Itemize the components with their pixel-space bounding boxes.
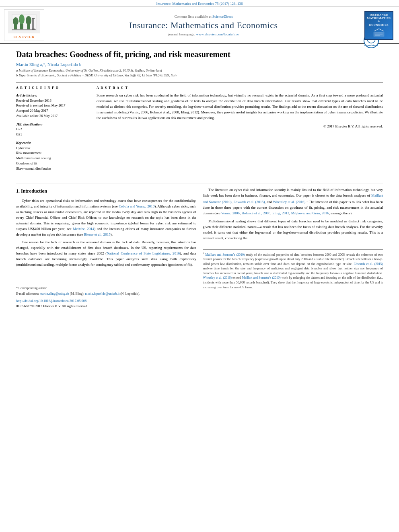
affiliations: a Institute of Insurance Economics, Univ… xyxy=(16,68,383,78)
fn-wheatley-link[interactable]: Wheatley et al. (2016) xyxy=(203,276,232,279)
article-title: Data breaches: Goodness of fit, pricing,… xyxy=(16,49,383,60)
kw-skew-normal: Skew-normal distribution xyxy=(16,166,88,171)
intro-p2: One reason for the lack of research in t… xyxy=(16,240,196,268)
intro-p1: Cyber risks are operational risks to inf… xyxy=(16,198,196,238)
keywords-group: Keywords: Cyber risk Risk measurement Mu… xyxy=(16,140,88,171)
kw-multidimensional-scaling: Multidimensional scaling xyxy=(16,156,88,161)
ncsl-link[interactable]: National Conference of State Legislature… xyxy=(107,251,180,255)
insurance-badge: INSURANCE Mathematics & Economics xyxy=(364,11,393,40)
svg-point-2 xyxy=(13,17,19,25)
homepage-link[interactable]: www.elsevier.com/locate/ime xyxy=(196,32,239,36)
eling-link[interactable]: Eling, 2012 xyxy=(272,211,289,215)
doi-footer: http://dx.doi.org/10.1016/j.insmatheco.2… xyxy=(16,298,196,309)
svg-rect-8 xyxy=(32,18,34,29)
miljkovic-link[interactable]: Miljkovic and Grün, 2016 xyxy=(291,211,329,215)
footnotes: * Corresponding author. E-mail addresses… xyxy=(16,284,196,296)
footnote-area-left: * Corresponding author. E-mail addresses… xyxy=(16,284,196,309)
vernic-link[interactable]: Vernic, 2006 xyxy=(221,211,240,215)
authors-line: Martin Eling a,*, Nicola Loperfido b xyxy=(16,62,383,67)
affiliation-b: b Dipartimento di Economia, Società e Po… xyxy=(16,73,383,78)
abstract-heading: A B S T R A C T xyxy=(97,86,383,90)
doi-link[interactable]: http://dx.doi.org/10.1016/j.insmatheco.2… xyxy=(16,299,86,303)
available-date: Available online 26 May 2017 xyxy=(16,113,88,119)
svg-point-4 xyxy=(19,14,25,24)
column-left: 1. Introduction Cyber risks are operatio… xyxy=(16,187,196,309)
kw-cyber-risk: Cyber risk xyxy=(16,146,88,151)
sciencedirect-link[interactable]: ScienceDirect xyxy=(212,14,232,18)
keywords-label: Keywords: xyxy=(16,140,88,146)
column-right: The literature on cyber risk and informa… xyxy=(203,187,383,309)
info-abstract-row: A R T I C L E I N F O Article history: R… xyxy=(16,82,383,175)
cebula-link[interactable]: Cebula and Young, 2010 xyxy=(119,204,154,208)
article-history-group: Article history: Received December 2016 … xyxy=(16,93,88,119)
footnote-1-text: 1 Maillart and Sornette's (2010) study o… xyxy=(203,251,383,290)
email-label: E-mail addresses: xyxy=(16,292,40,296)
journal-title-main: Insurance: Mathematics and Economics xyxy=(129,20,278,31)
article-info-panel: A R T I C L E I N F O Article history: R… xyxy=(16,86,88,175)
corresponding-note: * Corresponding author. xyxy=(16,286,196,291)
edwards-link[interactable]: Edwards et al. (2015) xyxy=(234,200,265,204)
email-note: E-mail addresses: martin.eling@unisg.ch … xyxy=(16,292,196,296)
issn-text: 0167-6687/© 2017 Elsevier B.V. All right… xyxy=(16,304,88,308)
section1-heading: 1. Introduction xyxy=(16,187,196,195)
received-date: Received December 2016 xyxy=(16,98,88,103)
svg-rect-9 xyxy=(32,18,35,19)
main-divider xyxy=(16,183,383,183)
paper-main: ✓ CrossMark Data breaches: Goodness of f… xyxy=(0,44,399,179)
right-p1: The literature on cyber risk and informa… xyxy=(203,187,383,216)
jel-g31: G31 xyxy=(16,132,88,137)
two-col-body: 1. Introduction Cyber risks are operatio… xyxy=(0,187,399,309)
fn-maillart-link[interactable]: Maillart and Sornette's (2010) xyxy=(205,253,245,256)
email-eling[interactable]: martin.eling@unisg.ch xyxy=(40,292,69,296)
right-p2: Multidimensional scaling shows that diff… xyxy=(203,219,383,241)
journal-homepage-line: journal homepage: www.elsevier.com/locat… xyxy=(168,32,239,36)
jel-g22: G22 xyxy=(16,127,88,132)
journal-header: ELSEVIER Contents lists available at Sci… xyxy=(0,7,399,44)
accepted-date: Accepted 20 May 2017 xyxy=(16,108,88,113)
citation-text: Insurance: Mathematics and Economics 75 … xyxy=(156,2,243,6)
fn-maillart2-link[interactable]: Maillart and Sornette's (2010) xyxy=(242,276,281,279)
crossmark-label: CrossMark xyxy=(364,44,378,47)
fn-edwards-link[interactable]: Edwards et al. (2015) xyxy=(354,262,383,266)
mcafee-link[interactable]: McAfee, 2014 xyxy=(73,227,94,231)
top-citation-bar: Insurance: Mathematics and Economics 75 … xyxy=(0,0,399,7)
footnote-1-area: 1 Maillart and Sornette's (2010) study o… xyxy=(203,249,383,290)
sciencedirect-line: Contents lists available at ScienceDirec… xyxy=(175,14,233,18)
wheatley-link[interactable]: Wheatley et al. (2016) xyxy=(273,200,306,204)
authors-text: Martin Eling a,*, Nicola Loperfido b xyxy=(16,62,81,67)
contents-label: Contents lists available at xyxy=(175,14,212,18)
jel-label: JEL classification: xyxy=(16,122,88,127)
homepage-label: journal homepage: xyxy=(168,32,195,36)
svg-point-6 xyxy=(26,16,31,25)
jel-group: JEL classification: G22 G31 xyxy=(16,122,88,137)
abstract-panel: A B S T R A C T Some research on cyber r… xyxy=(97,86,383,175)
history-label: Article history: xyxy=(16,93,88,98)
kw-risk-measurement: Risk measurement xyxy=(16,150,88,156)
email-loperfido[interactable]: nicola.loperfido@uniurb.it xyxy=(85,292,120,296)
article-info-heading: A R T I C L E I N F O xyxy=(16,86,88,90)
received-revised-date: Received in revised form May 2017 xyxy=(16,103,88,108)
journal-center: Contents lists available at ScienceDirec… xyxy=(47,9,360,41)
svg-rect-10 xyxy=(32,29,35,30)
elsevier-tree-logo xyxy=(8,11,40,33)
elsevier-brand: ELSEVIER xyxy=(13,35,35,39)
kw-goodness-of-fit: Goodness of fit xyxy=(16,161,88,166)
bolance-link[interactable]: Bolancé et al., 2008 xyxy=(242,211,271,215)
elsevier-logo: ELSEVIER xyxy=(4,9,44,41)
biener-link[interactable]: Biener et al., 2015 xyxy=(84,232,110,236)
affiliation-a: a Institute of Insurance Economics, Univ… xyxy=(16,68,383,73)
insurance-logo-right: INSURANCE Mathematics & Economics xyxy=(363,9,395,41)
abstract-text: Some research on cyber risk has been con… xyxy=(97,93,383,121)
copyright-line: © 2017 Elsevier B.V. All rights reserved… xyxy=(97,124,383,129)
